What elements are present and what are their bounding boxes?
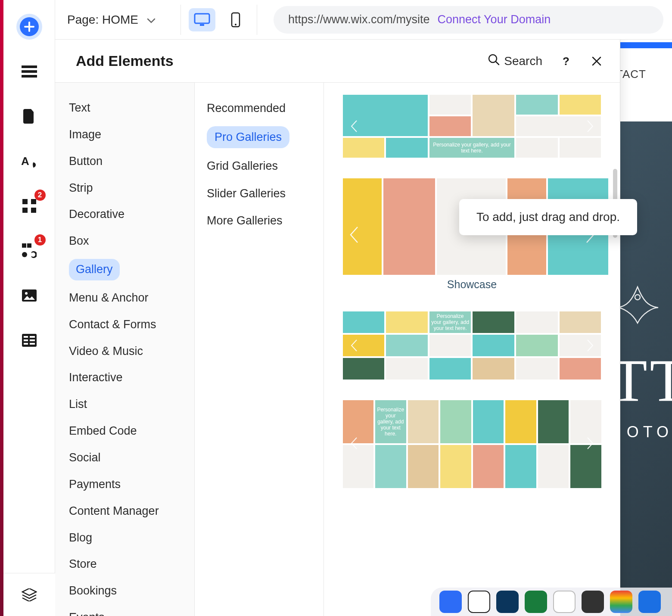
app-market-button[interactable]: 2 xyxy=(16,193,42,219)
category-button[interactable]: Button xyxy=(55,148,194,175)
left-tool-rail: A 2 1 xyxy=(3,0,55,616)
svg-rect-21 xyxy=(195,14,209,23)
dock-app[interactable] xyxy=(525,591,547,613)
chevron-left-icon[interactable] xyxy=(345,226,363,243)
preset-caption: Showcase xyxy=(343,278,601,291)
svg-rect-3 xyxy=(22,75,37,78)
dock-app[interactable] xyxy=(496,591,519,613)
svg-text:A: A xyxy=(21,155,29,168)
subcategory-recommended[interactable]: Recommended xyxy=(195,95,324,122)
divider xyxy=(180,5,181,35)
device-switcher xyxy=(189,8,249,31)
app-market-badge: 2 xyxy=(34,190,46,201)
media-button[interactable] xyxy=(16,283,42,308)
svg-rect-10 xyxy=(27,243,31,248)
category-social[interactable]: Social xyxy=(55,445,194,471)
panel-search[interactable]: Search xyxy=(488,53,542,68)
svg-rect-15 xyxy=(24,336,28,338)
gallery-previews[interactable]: Personalize your gallery, add your text … xyxy=(324,83,620,616)
mobile-device-button[interactable] xyxy=(222,8,249,31)
dock-app[interactable] xyxy=(610,591,632,613)
pages-button[interactable] xyxy=(16,103,42,129)
svg-rect-9 xyxy=(22,243,26,248)
category-content-manager[interactable]: Content Manager xyxy=(55,498,194,525)
help-button[interactable]: ? xyxy=(558,53,573,69)
subcategory-more-galleries[interactable]: More Galleries xyxy=(195,207,324,234)
subcategory-pro-galleries[interactable]: Pro Galleries xyxy=(195,122,324,152)
category-payments[interactable]: Payments xyxy=(55,471,194,498)
layers-icon xyxy=(22,588,37,601)
search-label: Search xyxy=(504,54,542,68)
dock-app[interactable] xyxy=(582,591,604,613)
svg-rect-20 xyxy=(30,343,35,345)
chevron-right-icon[interactable] xyxy=(582,118,599,135)
category-events[interactable]: Events xyxy=(55,604,194,616)
subcategory-slider-galleries[interactable]: Slider Galleries xyxy=(195,180,324,207)
sections-button[interactable] xyxy=(16,59,42,84)
editor-workspace: TACT TT OTOG Add Elements Search xyxy=(55,40,672,616)
personalize-tile: Personalize your gallery, add your text … xyxy=(429,138,514,158)
category-strip[interactable]: Strip xyxy=(55,175,194,202)
subcategory-grid-galleries[interactable]: Grid Galleries xyxy=(195,152,324,180)
category-interactive[interactable]: Interactive xyxy=(55,364,194,391)
gallery-preset-grid-slider[interactable]: Personalize your gallery, add your text … xyxy=(343,311,601,380)
svg-point-13 xyxy=(25,292,28,295)
connect-domain-link[interactable]: Connect Your Domain xyxy=(438,13,551,26)
dock-app[interactable] xyxy=(638,591,661,613)
category-menu-anchor[interactable]: Menu & Anchor xyxy=(55,285,194,311)
svg-rect-16 xyxy=(24,339,28,341)
chevron-left-icon[interactable] xyxy=(345,435,363,452)
chevron-right-icon[interactable] xyxy=(582,435,599,452)
category-box[interactable]: Box xyxy=(55,228,194,255)
page-selector[interactable]: Page: HOME xyxy=(67,13,173,27)
personalize-tile: Personalize your gallery, add your text … xyxy=(429,311,471,333)
category-blog[interactable]: Blog xyxy=(55,525,194,551)
category-text[interactable]: Text xyxy=(55,95,194,121)
category-list[interactable]: List xyxy=(55,391,194,418)
category-gallery[interactable]: Gallery xyxy=(55,255,194,285)
dock-app[interactable] xyxy=(439,591,462,613)
svg-rect-5 xyxy=(22,199,28,204)
gallery-preset-thumbnail-strip[interactable]: Personalize your gallery, add your text … xyxy=(343,400,601,486)
category-bookings[interactable]: Bookings xyxy=(55,578,194,604)
svg-point-24 xyxy=(235,24,236,25)
url-bar[interactable]: https://www.wix.com/mysite Connect Your … xyxy=(274,6,663,34)
gallery-preset-collage[interactable]: Personalize your gallery, add your text … xyxy=(343,95,601,158)
dock-app[interactable] xyxy=(468,591,490,613)
svg-rect-17 xyxy=(24,343,28,345)
nav-item-contact[interactable]: TACT xyxy=(616,68,646,81)
my-business-button[interactable]: 1 xyxy=(16,238,42,264)
svg-point-11 xyxy=(22,252,27,257)
chevron-right-icon[interactable] xyxy=(582,337,599,354)
svg-text:?: ? xyxy=(563,56,569,67)
svg-rect-2 xyxy=(22,70,37,73)
close-button[interactable] xyxy=(589,53,604,69)
category-embed-code[interactable]: Embed Code xyxy=(55,418,194,445)
desktop-device-button[interactable] xyxy=(189,8,215,31)
divider xyxy=(257,5,257,35)
panel-header: Add Elements Search ? xyxy=(55,40,620,83)
layers-button[interactable] xyxy=(3,573,55,616)
category-image[interactable]: Image xyxy=(55,121,194,148)
category-contact-forms[interactable]: Contact & Forms xyxy=(55,311,194,338)
chevron-left-icon[interactable] xyxy=(345,118,363,135)
dock-app[interactable] xyxy=(553,591,576,613)
category-list[interactable]: Text Image Button Strip Decorative Box G… xyxy=(55,83,195,616)
site-url: https://www.wix.com/mysite xyxy=(288,13,430,26)
site-design-button[interactable]: A xyxy=(16,148,42,174)
macos-dock[interactable] xyxy=(431,588,672,616)
subcategory-list[interactable]: Recommended Pro Galleries Grid Galleries… xyxy=(195,83,324,616)
my-business-badge: 1 xyxy=(34,234,46,246)
personalize-tile: Personalize your gallery, add your text … xyxy=(375,400,406,443)
chevron-left-icon[interactable] xyxy=(345,337,363,354)
category-decorative[interactable]: Decorative xyxy=(55,201,194,228)
editor-topbar: Page: HOME https://www.wix.com/mysite Co… xyxy=(55,0,672,40)
category-store[interactable]: Store xyxy=(55,551,194,578)
category-video-music[interactable]: Video & Music xyxy=(55,338,194,365)
content-manager-button[interactable] xyxy=(16,327,42,353)
svg-rect-8 xyxy=(31,208,36,213)
add-elements-panel: Add Elements Search ? xyxy=(55,40,620,616)
hero-subtitle: OTOG xyxy=(627,423,672,441)
svg-rect-7 xyxy=(22,208,28,213)
add-elements-button[interactable] xyxy=(16,14,42,40)
